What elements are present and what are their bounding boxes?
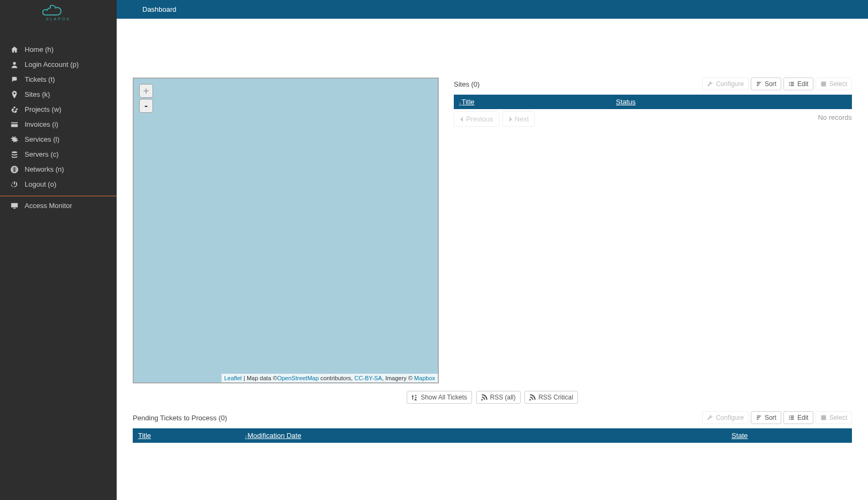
sidebar-item-cogs[interactable]: Services (l) bbox=[0, 132, 117, 147]
rss-all-button[interactable]: RSS (all) bbox=[476, 391, 521, 404]
comments-icon bbox=[9, 76, 20, 83]
sidebar-item-label: Projects (w) bbox=[25, 104, 62, 115]
sidebar-item-comments[interactable]: Tickets (t) bbox=[0, 72, 117, 87]
sidebar-item-label: Home (h) bbox=[25, 44, 54, 55]
sidebar-item-label: Servers (c) bbox=[25, 149, 59, 160]
sidebar-item-label: Tickets (t) bbox=[25, 74, 55, 85]
sidebar-item-user[interactable]: Login Account (p) bbox=[0, 57, 117, 72]
col-title[interactable]: Title bbox=[133, 428, 240, 443]
sites-map[interactable]: + - Leaflet | Map data ©OpenStreetMap co… bbox=[133, 78, 439, 383]
leaflet-link[interactable]: Leaflet bbox=[224, 375, 242, 381]
configure-button[interactable]: Configure bbox=[702, 78, 749, 90]
select-button[interactable]: Select bbox=[816, 78, 852, 90]
brand-logo[interactable]: SLAPOS bbox=[0, 0, 117, 24]
sidebar-item-database[interactable]: Servers (c) bbox=[0, 147, 117, 162]
desktop-icon bbox=[9, 202, 20, 210]
tickets-table-header: Title Modification Date State bbox=[133, 428, 852, 443]
sidebar-item-label: Access Monitor bbox=[25, 201, 72, 211]
show-all-tickets-button[interactable]: Show All Tickets bbox=[407, 391, 472, 404]
sort-button[interactable]: Sort bbox=[751, 411, 781, 424]
no-records-label: No records bbox=[818, 109, 852, 126]
zoom-in-button[interactable]: + bbox=[139, 84, 153, 98]
next-button[interactable]: Next bbox=[502, 111, 535, 127]
configure-button[interactable]: Configure bbox=[702, 411, 749, 424]
sidebar-item-label: Sites (k) bbox=[25, 89, 50, 100]
mapbox-link[interactable]: Mapbox bbox=[414, 375, 435, 381]
card-icon bbox=[9, 121, 20, 128]
tickets-title: Pending Tickets to Process (0) bbox=[133, 414, 227, 422]
edit-button[interactable]: Edit bbox=[783, 411, 813, 424]
marker-icon bbox=[9, 91, 20, 98]
cc-link[interactable]: CC-BY-SA bbox=[354, 375, 382, 381]
sidebar: SLAPOS Home (h)Login Account (p)Tickets … bbox=[0, 0, 117, 500]
sidebar-item-label: Invoices (i) bbox=[25, 119, 58, 130]
select-button[interactable]: Select bbox=[816, 411, 852, 424]
zoom-out-button[interactable]: - bbox=[139, 99, 153, 113]
sidebar-item-label: Networks (n) bbox=[25, 164, 64, 175]
sidebar-item-power[interactable]: Logout (o) bbox=[0, 177, 117, 192]
main-area: Dashboard + - Leaflet | Map data ©OpenSt… bbox=[117, 0, 868, 500]
sidebar-item-marker[interactable]: Sites (k) bbox=[0, 87, 117, 102]
col-status[interactable]: Status bbox=[611, 95, 852, 109]
col-state[interactable]: State bbox=[726, 428, 852, 443]
globe-icon bbox=[9, 166, 20, 173]
map-attribution: Leaflet | Map data ©OpenStreetMap contri… bbox=[222, 374, 438, 382]
col-modification-date[interactable]: Modification Date bbox=[240, 428, 726, 443]
sidebar-item-label: Login Account (p) bbox=[25, 59, 79, 70]
sidebar-item-label: Services (l) bbox=[25, 134, 59, 145]
sidebar-item-globe[interactable]: Networks (n) bbox=[0, 162, 117, 177]
cogs-icon bbox=[9, 136, 20, 143]
sidebar-item-card[interactable]: Invoices (i) bbox=[0, 117, 117, 132]
page-title: Dashboard bbox=[142, 5, 177, 13]
sites-table-header: Title Status bbox=[454, 95, 852, 109]
sidebar-nav: Home (h)Login Account (p)Tickets (t)Site… bbox=[0, 24, 117, 213]
svg-text:SLAPOS: SLAPOS bbox=[46, 17, 71, 21]
sidebar-item-cubes[interactable]: Projects (w) bbox=[0, 102, 117, 117]
sidebar-item-label: Logout (o) bbox=[25, 179, 56, 190]
col-title[interactable]: Title bbox=[454, 95, 611, 109]
previous-button[interactable]: Previous bbox=[454, 111, 499, 127]
home-icon bbox=[9, 46, 20, 53]
topbar: Dashboard bbox=[117, 0, 868, 19]
edit-button[interactable]: Edit bbox=[783, 78, 813, 90]
power-icon bbox=[9, 181, 20, 188]
rss-critical-button[interactable]: RSS Critical bbox=[524, 391, 578, 404]
sites-title: Sites (0) bbox=[454, 80, 479, 88]
sidebar-item-home[interactable]: Home (h) bbox=[0, 42, 117, 57]
cubes-icon bbox=[9, 106, 20, 113]
sites-panel: Sites (0) Configure Sort Edit Select Tit… bbox=[454, 78, 852, 383]
sidebar-item-access-monitor[interactable]: Access Monitor bbox=[0, 198, 117, 213]
user-icon bbox=[9, 61, 20, 68]
database-icon bbox=[9, 151, 20, 158]
ticket-actions: Show All Tickets RSS (all) RSS Critical bbox=[133, 391, 852, 404]
sort-button[interactable]: Sort bbox=[751, 78, 781, 90]
osm-link[interactable]: OpenStreetMap bbox=[277, 375, 319, 381]
